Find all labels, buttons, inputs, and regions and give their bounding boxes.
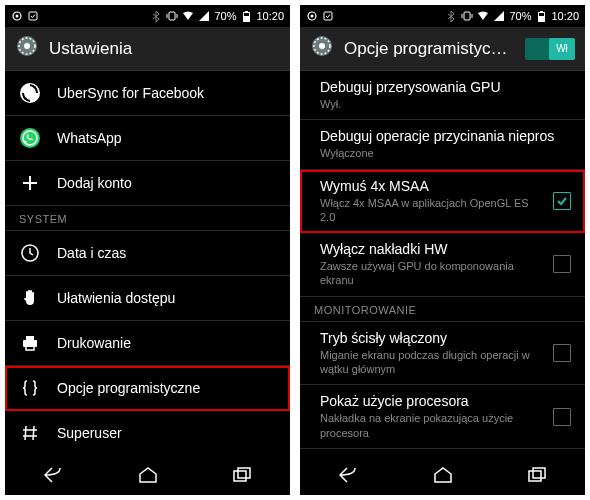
master-toggle[interactable]: Wł: [525, 38, 575, 60]
page-title: Opcje programistyczne: [344, 39, 515, 59]
setting-subtitle: Nakładka na ekranie pokazująca użycie pr…: [320, 411, 543, 440]
ubersync-icon: [19, 82, 41, 104]
svg-rect-5: [245, 11, 248, 12]
signal-icon: [198, 10, 210, 22]
printer-icon: [19, 332, 41, 354]
back-button[interactable]: [28, 460, 78, 490]
svg-rect-21: [238, 468, 250, 478]
setting-title: Debuguj operacje przycinania niepros: [320, 128, 571, 144]
item-label: UberSync for Facebook: [57, 85, 204, 101]
setting-subtitle: Wyłączone: [320, 146, 571, 160]
home-button[interactable]: [123, 460, 173, 490]
toggle-thumb: Wł: [549, 38, 575, 60]
notification-icon: [11, 10, 23, 22]
checkbox[interactable]: [553, 408, 571, 426]
add-account[interactable]: Dodaj konto: [5, 161, 290, 206]
vibrate-icon: [461, 10, 473, 22]
svg-rect-2: [29, 12, 37, 20]
app-header[interactable]: Ustawienia: [5, 27, 290, 71]
setting-title: Tryb ścisły włączony: [320, 330, 543, 346]
notification-icon-2: [27, 10, 39, 22]
notification-icon-2: [322, 10, 334, 22]
clock-time: 10:20: [551, 10, 579, 22]
debug-non-rect-clip[interactable]: Debuguj operacje przycinania niepros Wył…: [300, 120, 585, 169]
setting-subtitle: Miganie ekranu podczas długich operacji …: [320, 348, 543, 377]
battery-level: 70%: [214, 10, 236, 22]
account-ubersync[interactable]: UberSync for Facebook: [5, 71, 290, 116]
svg-rect-15: [26, 345, 34, 350]
show-cpu-usage[interactable]: Pokaż użycie procesora Nakładka na ekran…: [300, 385, 585, 449]
item-label: Dodaj konto: [57, 175, 132, 191]
vibrate-icon: [166, 10, 178, 22]
item-label: Superuser: [57, 425, 122, 441]
nav-bar: [5, 455, 290, 495]
battery-icon: [535, 10, 547, 22]
item-label: Opcje programistyczne: [57, 380, 200, 396]
superuser[interactable]: Superuser: [5, 411, 290, 455]
nav-bar: [300, 455, 585, 495]
phone-left: 70% 10:20 Ustawienia UberSync for Facebo…: [5, 5, 290, 495]
clock-icon: [19, 242, 41, 264]
recent-button[interactable]: [218, 460, 268, 490]
svg-rect-20: [234, 471, 246, 481]
debug-gpu-overdraw[interactable]: Debuguj przerysowania GPU Wył.: [300, 71, 585, 120]
page-title: Ustawienia: [49, 39, 280, 59]
svg-point-23: [311, 15, 314, 18]
recent-button[interactable]: [513, 460, 563, 490]
date-time[interactable]: Data i czas: [5, 231, 290, 276]
accessibility[interactable]: Ułatwienia dostępu: [5, 276, 290, 321]
settings-list: UberSync for Facebook WhatsApp Dodaj kon…: [5, 71, 290, 455]
item-label: Ułatwienia dostępu: [57, 290, 175, 306]
setting-title: Wyłącz nakładki HW: [320, 241, 543, 257]
hand-icon: [19, 287, 41, 309]
bluetooth-icon: [150, 10, 162, 22]
setting-subtitle: Zawsze używaj GPU do komponowania ekranu: [320, 259, 543, 288]
svg-point-9: [24, 43, 30, 49]
checkbox[interactable]: [553, 344, 571, 362]
item-label: Data i czas: [57, 245, 126, 261]
settings-icon: [310, 34, 334, 63]
force-4x-msaa[interactable]: Wymuś 4x MSAA Włącz 4x MSAA w aplikacjac…: [300, 170, 585, 234]
svg-rect-27: [540, 11, 543, 12]
svg-rect-24: [324, 12, 332, 20]
svg-rect-13: [23, 340, 37, 347]
item-label: WhatsApp: [57, 130, 122, 146]
clock-time: 10:20: [256, 10, 284, 22]
setting-subtitle: Włącz 4x MSAA w aplikacjach OpenGL ES 2.…: [320, 196, 543, 225]
developer-options[interactable]: Opcje programistyczne: [5, 366, 290, 411]
checkbox[interactable]: [553, 192, 571, 210]
checkbox[interactable]: [553, 255, 571, 273]
settings-icon: [15, 34, 39, 63]
item-label: Drukowanie: [57, 335, 131, 351]
wifi-icon: [182, 10, 194, 22]
svg-rect-25: [464, 12, 470, 20]
plus-icon: [19, 172, 41, 194]
svg-point-1: [16, 15, 19, 18]
setting-subtitle: Wył.: [320, 97, 571, 111]
setting-title: Pokaż użycie procesora: [320, 393, 543, 409]
status-bar: 70% 10:20: [300, 5, 585, 27]
setting-title: Wymuś 4x MSAA: [320, 178, 543, 194]
svg-rect-14: [26, 336, 34, 340]
status-bar: 70% 10:20: [5, 5, 290, 27]
account-whatsapp[interactable]: WhatsApp: [5, 116, 290, 161]
phone-right: 70% 10:20 Opcje programistyczne Wł Debug…: [300, 5, 585, 495]
disable-hw-overlays[interactable]: Wyłącz nakładki HW Zawsze używaj GPU do …: [300, 233, 585, 297]
svg-rect-3: [169, 12, 175, 20]
home-button[interactable]: [418, 460, 468, 490]
wifi-icon: [477, 10, 489, 22]
whatsapp-icon: [19, 127, 41, 149]
section-system: SYSTEM: [5, 206, 290, 231]
battery-level: 70%: [509, 10, 531, 22]
svg-rect-28: [539, 13, 544, 16]
signal-icon: [493, 10, 505, 22]
setting-title: Debuguj przerysowania GPU: [320, 79, 571, 95]
printing[interactable]: Drukowanie: [5, 321, 290, 366]
back-button[interactable]: [323, 460, 373, 490]
bluetooth-icon: [445, 10, 457, 22]
strict-mode[interactable]: Tryb ścisły włączony Miganie ekranu podc…: [300, 322, 585, 386]
braces-icon: [19, 377, 41, 399]
svg-rect-6: [244, 13, 249, 16]
svg-rect-32: [529, 471, 541, 481]
app-header[interactable]: Opcje programistyczne Wł: [300, 27, 585, 71]
